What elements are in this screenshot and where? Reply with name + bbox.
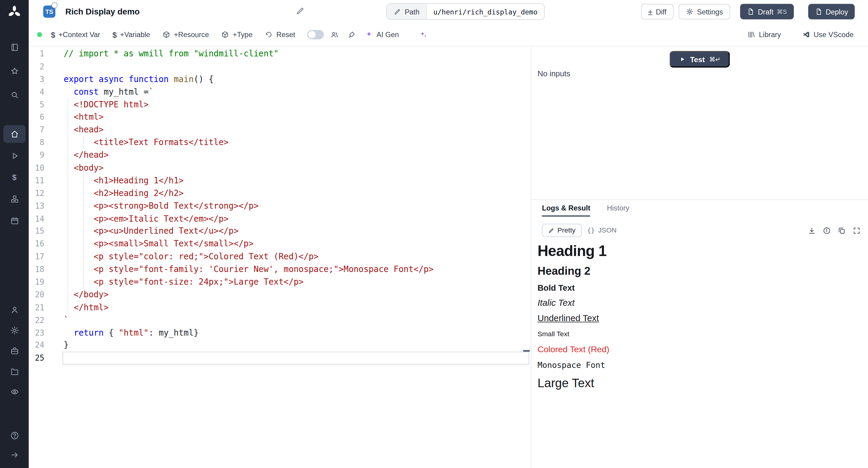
use-vscode-button[interactable]: Use VScode — [802, 30, 854, 39]
line-number: 18 — [29, 263, 50, 276]
file-icon — [815, 8, 823, 16]
code-line[interactable]: 12 <h2>Heading 2</h2> — [29, 187, 531, 200]
code-line[interactable]: 23 return { "html": my_html} — [29, 327, 531, 339]
code-line[interactable]: 17 <p style="color: red;">Colored Text (… — [29, 251, 531, 263]
copy-icon[interactable] — [838, 226, 846, 235]
code-line[interactable]: 6 <html> — [29, 111, 531, 124]
home-icon[interactable] — [3, 125, 25, 143]
code-line[interactable]: 25 — [29, 352, 531, 364]
code-line[interactable]: 21 </html> — [29, 301, 531, 314]
line-number: 25 — [29, 352, 50, 364]
code-line[interactable]: 16 <p><small>Small Text</small></p> — [29, 238, 531, 251]
diff-button[interactable]: ± Diff — [641, 4, 674, 19]
collapse-arrow-right-icon[interactable] — [3, 446, 25, 464]
result-small: Small Text — [537, 330, 862, 338]
tab-logs-result[interactable]: Logs & Result — [542, 204, 590, 216]
json-toggle[interactable]: {} JSON — [582, 224, 622, 236]
library-icon — [747, 30, 756, 39]
code-line[interactable]: 9 </head> — [29, 149, 531, 162]
user-icon[interactable] — [3, 301, 25, 318]
deploy-button[interactable]: Deploy — [808, 4, 855, 19]
expand-icon[interactable] — [852, 226, 861, 235]
line-number: 13 — [29, 200, 50, 212]
format-brush-icon[interactable] — [348, 30, 356, 39]
code-line[interactable]: 19 <p style="font-size: 24px;">Large Tex… — [29, 276, 531, 289]
multiplayer-toggle[interactable] — [307, 30, 324, 39]
code-line[interactable]: 14 <p><em>Italic Text</em></p> — [29, 213, 531, 225]
path-value[interactable]: u/henri/rich_display_demo — [427, 4, 544, 19]
reset-button[interactable]: Reset — [265, 30, 295, 39]
code-line[interactable]: 5 <!DOCTYPE html> — [29, 98, 531, 111]
line-number: 12 — [29, 187, 50, 200]
path-pencil-icon — [394, 8, 401, 16]
book-icon[interactable] — [3, 38, 25, 56]
line-number: 24 — [29, 339, 50, 352]
results-tabs: Logs & Result History — [531, 200, 868, 216]
users-icon[interactable] — [331, 30, 339, 39]
code-line[interactable]: 22` — [29, 314, 531, 327]
runs-play-icon[interactable] — [3, 147, 25, 165]
tab-history[interactable]: History — [607, 204, 629, 216]
edit-title-pencil-icon[interactable] — [296, 7, 304, 16]
sparkles-icon[interactable] — [419, 30, 427, 39]
resources-cubes-icon[interactable] — [3, 190, 25, 208]
gear-icon[interactable] — [3, 321, 25, 339]
code-line[interactable]: 8 <title>Text Formats</title> — [29, 136, 531, 149]
pretty-toggle[interactable]: Pretty — [542, 224, 582, 237]
star-icon[interactable] — [3, 62, 25, 80]
eye-icon[interactable] — [3, 383, 25, 401]
sidebar-group-top — [3, 38, 25, 104]
braces-icon: {} — [587, 227, 595, 234]
add-context-var-button[interactable]: $ +Context Var — [51, 30, 100, 39]
add-type-button[interactable]: +Type — [221, 30, 253, 39]
code-editor[interactable]: 1// import * as wmill from "windmill-cli… — [29, 47, 532, 468]
code-line[interactable]: 4 const my_html =` — [29, 86, 531, 98]
code-line[interactable]: 15 <p><u>Underlined Text</u></p> — [29, 225, 531, 238]
preview-panel: Test ⌘↵ No inputs Logs & Result History … — [531, 47, 868, 468]
result-h2: Heading 2 — [537, 265, 862, 277]
path-field[interactable]: Path u/henri/rich_display_demo — [386, 3, 545, 20]
line-number: 16 — [29, 238, 50, 251]
line-number: 6 — [29, 111, 50, 124]
info-icon[interactable] — [823, 226, 831, 235]
toolbox-icon[interactable] — [3, 342, 25, 359]
settings-button[interactable]: Settings — [679, 4, 730, 19]
test-button[interactable]: Test ⌘↵ — [670, 51, 730, 67]
code-line[interactable]: 24} — [29, 339, 531, 352]
code-line[interactable]: 18 <p style="font-family: 'Courier New',… — [29, 263, 531, 276]
search-icon[interactable] — [3, 86, 25, 104]
code-line[interactable]: 10 <body> — [29, 162, 531, 174]
add-variable-button[interactable]: $ +Variable — [113, 30, 150, 39]
header-actions: ± Diff Settings Draft ⌘S Deploy — [641, 4, 855, 19]
library-button[interactable]: Library — [747, 30, 781, 39]
code-line[interactable]: 11 <h1>Heading 1</h1> — [29, 174, 531, 187]
folder-icon[interactable] — [3, 362, 25, 380]
add-resource-button[interactable]: +Resource — [162, 30, 209, 39]
results-section: Logs & Result History Pretty {} JSON — [531, 199, 868, 468]
dollar-icon: $ — [113, 31, 117, 38]
draft-button[interactable]: Draft ⌘S — [740, 4, 794, 19]
download-icon[interactable] — [808, 226, 816, 235]
code-line[interactable]: 20 </body> — [29, 289, 531, 301]
code-line[interactable]: 7 <head> — [29, 124, 531, 136]
sidebar-group-main: $ — [3, 125, 25, 229]
code-line[interactable]: 1// import * as wmill from "windmill-cli… — [29, 48, 531, 60]
windmill-logo-icon[interactable] — [7, 5, 22, 20]
code-line[interactable]: 3export async function main() { — [29, 73, 531, 86]
no-inputs-label: No inputs — [537, 69, 570, 78]
code-line[interactable]: 2 — [29, 60, 531, 73]
ai-gen-button[interactable]: AI Gen — [365, 30, 399, 39]
indent-guide — [67, 98, 68, 314]
code-line[interactable]: 13 <p><strong>Bold Text</strong></p> — [29, 200, 531, 212]
sidebar-group-bottom — [3, 427, 25, 464]
line-number: 5 — [29, 98, 50, 111]
line-number: 2 — [29, 60, 50, 73]
result-mono: Monospace Font — [537, 361, 862, 370]
help-icon[interactable] — [3, 427, 25, 444]
script-title: Rich Display demo — [65, 7, 140, 16]
line-number: 21 — [29, 301, 50, 314]
result-underline: Underlined Text — [537, 314, 862, 324]
variables-dollar-icon[interactable]: $ — [3, 168, 25, 186]
schedules-calendar-icon[interactable] — [3, 212, 25, 230]
editor-toolbar: $ +Context Var $ +Variable +Resource +Ty… — [29, 23, 868, 47]
